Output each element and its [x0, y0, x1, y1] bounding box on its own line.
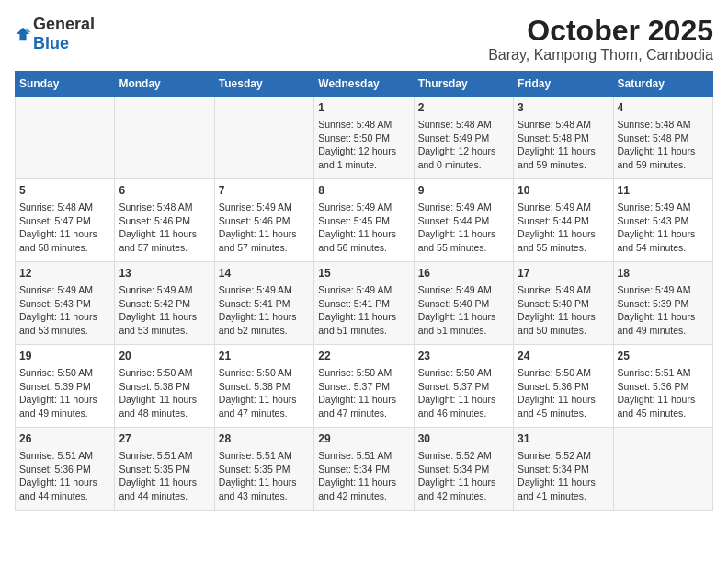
day-number: 24: [518, 349, 609, 364]
day-number: 27: [119, 431, 210, 447]
day-cell: 19Sunrise: 5:50 AM Sunset: 5:39 PM Dayli…: [16, 345, 115, 428]
day-cell: 24Sunrise: 5:50 AM Sunset: 5:36 PM Dayli…: [514, 345, 613, 428]
day-cell: 17Sunrise: 5:49 AM Sunset: 5:40 PM Dayli…: [514, 262, 613, 345]
day-number: 16: [418, 266, 509, 282]
day-number: 6: [119, 183, 210, 199]
day-info: Sunrise: 5:49 AM Sunset: 5:45 PM Dayligh…: [318, 201, 409, 255]
page-title: October 2025: [488, 15, 713, 47]
day-cell: 20Sunrise: 5:50 AM Sunset: 5:38 PM Dayli…: [115, 345, 214, 428]
header-monday: Monday: [115, 72, 214, 97]
day-info: Sunrise: 5:49 AM Sunset: 5:41 PM Dayligh…: [219, 283, 310, 338]
day-cell: 1Sunrise: 5:48 AM Sunset: 5:50 PM Daylig…: [314, 97, 414, 179]
day-cell: [214, 97, 313, 179]
day-info: Sunrise: 5:49 AM Sunset: 5:44 PM Dayligh…: [418, 201, 509, 255]
day-cell: 7Sunrise: 5:49 AM Sunset: 5:46 PM Daylig…: [214, 179, 313, 262]
day-cell: 2Sunrise: 5:48 AM Sunset: 5:49 PM Daylig…: [414, 97, 513, 179]
day-number: 17: [518, 266, 609, 282]
day-info: Sunrise: 5:49 AM Sunset: 5:44 PM Dayligh…: [518, 201, 609, 255]
day-number: 14: [219, 266, 310, 282]
day-cell: 9Sunrise: 5:49 AM Sunset: 5:44 PM Daylig…: [414, 179, 513, 262]
header-sunday: Sunday: [16, 72, 115, 97]
day-info: Sunrise: 5:48 AM Sunset: 5:49 PM Dayligh…: [418, 118, 509, 172]
day-number: 10: [518, 183, 609, 199]
day-info: Sunrise: 5:51 AM Sunset: 5:35 PM Dayligh…: [219, 449, 310, 503]
day-number: 21: [219, 349, 310, 364]
header-saturday: Saturday: [613, 72, 712, 97]
day-info: Sunrise: 5:49 AM Sunset: 5:40 PM Dayligh…: [418, 283, 509, 338]
day-info: Sunrise: 5:48 AM Sunset: 5:48 PM Dayligh…: [618, 118, 709, 172]
day-info: Sunrise: 5:49 AM Sunset: 5:46 PM Dayligh…: [219, 201, 310, 255]
day-cell: 28Sunrise: 5:51 AM Sunset: 5:35 PM Dayli…: [214, 428, 313, 511]
day-cell: 21Sunrise: 5:50 AM Sunset: 5:38 PM Dayli…: [214, 345, 313, 428]
day-info: Sunrise: 5:52 AM Sunset: 5:34 PM Dayligh…: [418, 449, 509, 503]
day-info: Sunrise: 5:50 AM Sunset: 5:39 PM Dayligh…: [19, 366, 110, 420]
day-info: Sunrise: 5:50 AM Sunset: 5:37 PM Dayligh…: [318, 366, 409, 420]
day-number: 28: [219, 431, 310, 447]
day-cell: 25Sunrise: 5:51 AM Sunset: 5:36 PM Dayli…: [613, 345, 712, 428]
day-cell: 26Sunrise: 5:51 AM Sunset: 5:36 PM Dayli…: [16, 428, 115, 511]
day-info: Sunrise: 5:49 AM Sunset: 5:42 PM Dayligh…: [119, 283, 210, 338]
day-info: Sunrise: 5:51 AM Sunset: 5:36 PM Dayligh…: [618, 366, 709, 420]
day-number: 31: [518, 431, 609, 447]
day-cell: 16Sunrise: 5:49 AM Sunset: 5:40 PM Dayli…: [414, 262, 513, 345]
svg-marker-1: [27, 28, 31, 32]
day-cell: 18Sunrise: 5:49 AM Sunset: 5:39 PM Dayli…: [613, 262, 712, 345]
week-row-4: 19Sunrise: 5:50 AM Sunset: 5:39 PM Dayli…: [16, 345, 713, 428]
header-thursday: Thursday: [414, 72, 513, 97]
header-friday: Friday: [514, 72, 613, 97]
day-number: 23: [418, 349, 509, 364]
day-number: 18: [618, 266, 709, 282]
day-number: 4: [618, 100, 709, 116]
day-number: 26: [19, 431, 110, 447]
day-number: 25: [618, 349, 709, 364]
day-number: 22: [318, 349, 409, 364]
page-header: General Blue October 2025 Baray, Kampong…: [15, 15, 713, 63]
logo-blue: Blue: [33, 34, 95, 53]
day-number: 29: [318, 431, 409, 447]
logo: General Blue: [15, 15, 95, 53]
day-number: 3: [518, 100, 609, 116]
header-tuesday: Tuesday: [214, 72, 313, 97]
day-info: Sunrise: 5:52 AM Sunset: 5:34 PM Dayligh…: [518, 449, 609, 503]
day-number: 11: [618, 183, 709, 199]
day-number: 12: [19, 266, 110, 282]
day-info: Sunrise: 5:49 AM Sunset: 5:40 PM Dayligh…: [518, 283, 609, 338]
day-info: Sunrise: 5:50 AM Sunset: 5:38 PM Dayligh…: [219, 366, 310, 420]
day-info: Sunrise: 5:50 AM Sunset: 5:36 PM Dayligh…: [518, 366, 609, 420]
day-cell: 30Sunrise: 5:52 AM Sunset: 5:34 PM Dayli…: [414, 428, 513, 511]
day-number: 15: [318, 266, 409, 282]
day-cell: 3Sunrise: 5:48 AM Sunset: 5:48 PM Daylig…: [514, 97, 613, 179]
day-number: 9: [418, 183, 509, 199]
day-number: 8: [318, 183, 409, 199]
calendar-table: SundayMondayTuesdayWednesdayThursdayFrid…: [15, 71, 713, 511]
day-cell: 13Sunrise: 5:49 AM Sunset: 5:42 PM Dayli…: [115, 262, 214, 345]
day-number: 13: [119, 266, 210, 282]
day-info: Sunrise: 5:49 AM Sunset: 5:39 PM Dayligh…: [618, 283, 709, 338]
day-cell: 29Sunrise: 5:51 AM Sunset: 5:34 PM Dayli…: [314, 428, 414, 511]
calendar-header-row: SundayMondayTuesdayWednesdayThursdayFrid…: [16, 72, 713, 97]
logo-icon: [15, 26, 31, 42]
week-row-2: 5Sunrise: 5:48 AM Sunset: 5:47 PM Daylig…: [16, 179, 713, 262]
day-number: 20: [119, 349, 210, 364]
day-cell: [613, 428, 712, 511]
day-cell: 23Sunrise: 5:50 AM Sunset: 5:37 PM Dayli…: [414, 345, 513, 428]
page-subtitle: Baray, Kampong Thom, Cambodia: [488, 47, 713, 63]
day-cell: 27Sunrise: 5:51 AM Sunset: 5:35 PM Dayli…: [115, 428, 214, 511]
day-info: Sunrise: 5:50 AM Sunset: 5:37 PM Dayligh…: [418, 366, 509, 420]
day-info: Sunrise: 5:49 AM Sunset: 5:43 PM Dayligh…: [618, 201, 709, 255]
day-cell: [115, 97, 214, 179]
day-cell: 31Sunrise: 5:52 AM Sunset: 5:34 PM Dayli…: [514, 428, 613, 511]
day-info: Sunrise: 5:48 AM Sunset: 5:46 PM Dayligh…: [119, 201, 210, 255]
day-info: Sunrise: 5:48 AM Sunset: 5:48 PM Dayligh…: [518, 118, 609, 172]
day-number: 30: [418, 431, 509, 447]
day-info: Sunrise: 5:51 AM Sunset: 5:34 PM Dayligh…: [318, 449, 409, 503]
day-cell: 12Sunrise: 5:49 AM Sunset: 5:43 PM Dayli…: [16, 262, 115, 345]
week-row-5: 26Sunrise: 5:51 AM Sunset: 5:36 PM Dayli…: [16, 428, 713, 511]
day-cell: 10Sunrise: 5:49 AM Sunset: 5:44 PM Dayli…: [514, 179, 613, 262]
day-cell: 5Sunrise: 5:48 AM Sunset: 5:47 PM Daylig…: [16, 179, 115, 262]
day-cell: 11Sunrise: 5:49 AM Sunset: 5:43 PM Dayli…: [613, 179, 712, 262]
day-info: Sunrise: 5:49 AM Sunset: 5:43 PM Dayligh…: [19, 283, 110, 338]
day-info: Sunrise: 5:48 AM Sunset: 5:47 PM Dayligh…: [19, 201, 110, 255]
day-cell: 6Sunrise: 5:48 AM Sunset: 5:46 PM Daylig…: [115, 179, 214, 262]
week-row-1: 1Sunrise: 5:48 AM Sunset: 5:50 PM Daylig…: [16, 97, 713, 179]
